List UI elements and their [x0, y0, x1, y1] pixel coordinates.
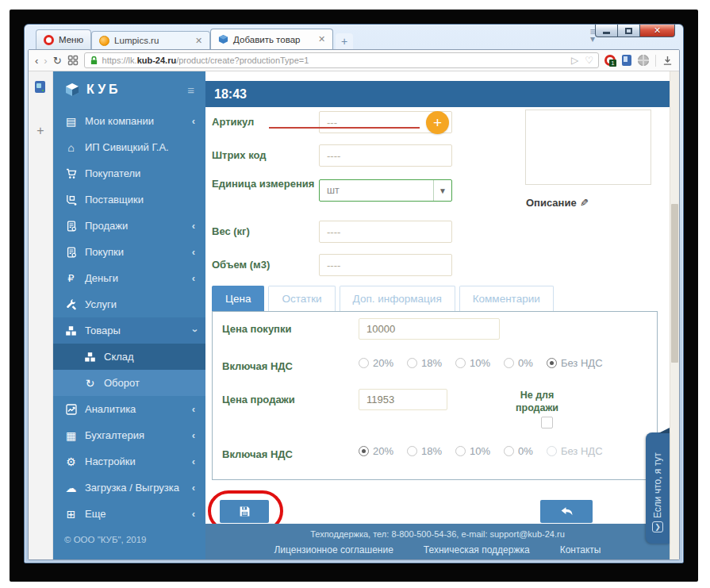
radio-icon: [359, 446, 369, 456]
sidebar-item-services[interactable]: Услуги: [53, 291, 205, 317]
sidebar-item-money[interactable]: ₽Деньги‹: [53, 265, 205, 291]
minimize-button[interactable]: [595, 25, 618, 37]
radio-icon: [455, 358, 466, 368]
sidebar-item-analytics[interactable]: Аналитика‹: [53, 396, 205, 422]
browser-toolbar: ‹ › ↻ https://lk.kub-24.ru/product/creat…: [29, 50, 679, 71]
pencil-icon[interactable]: ✎: [580, 197, 589, 209]
sidebar-item-turnover[interactable]: ↻Оборот: [53, 370, 205, 396]
radio-vat-10[interactable]: 10%: [455, 445, 490, 457]
not-for-sale-checkbox[interactable]: [541, 417, 553, 429]
sidebar-add-icon[interactable]: +: [29, 124, 52, 138]
url-text: https://lk.kub-24.ru/product/create?prod…: [102, 56, 309, 65]
save-button[interactable]: [220, 500, 269, 523]
extension-badge-icon[interactable]: 1: [604, 55, 616, 66]
sidebar-item-warehouse[interactable]: Склад: [53, 344, 205, 370]
radio-vat-18[interactable]: 18%: [407, 445, 442, 457]
plus-square-icon: ⊞: [64, 509, 78, 520]
purchase-price-input[interactable]: [359, 318, 500, 340]
radio-vat-none[interactable]: Без НДС: [547, 357, 603, 369]
page-scrollbar[interactable]: [670, 71, 679, 560]
download-icon[interactable]: [662, 56, 673, 66]
sidebar-item-settings[interactable]: ⚙Настройки‹: [53, 448, 205, 475]
close-tab-icon[interactable]: ✕: [318, 34, 325, 44]
browser-window: ≡▾ ✕ Меню Lumpics.ru ✕ Добавить товар ✕ …: [24, 24, 684, 563]
forward-nav-icon[interactable]: ›: [44, 56, 47, 66]
chevron-left-icon: ‹: [192, 220, 195, 232]
description-label[interactable]: Описание✎: [526, 197, 589, 209]
clock-text: 18:43: [214, 87, 247, 102]
footer-link-support[interactable]: Техническая поддержка: [424, 544, 530, 555]
sale-price-label: Цена продажи: [222, 394, 295, 405]
tab-comments[interactable]: Комментарии: [459, 286, 554, 311]
sale-price-input[interactable]: [359, 389, 447, 410]
sidebar-item-import-export[interactable]: ☁Загрузка / Выгрузка‹: [53, 475, 205, 501]
opera-logo-icon: [44, 35, 54, 45]
radio-vat-18[interactable]: 18%: [407, 357, 442, 369]
weight-input[interactable]: [319, 221, 452, 243]
tab-additional-info[interactable]: Доп. информация: [340, 286, 455, 311]
bookmarks-icon[interactable]: [35, 81, 45, 93]
window-titlebar[interactable]: ≡▾ ✕ Меню Lumpics.ru ✕ Добавить товар ✕ …: [28, 25, 680, 49]
sidebar-item-sales[interactable]: Продажи‹: [53, 213, 205, 239]
vat-label-2: Включая НДС: [222, 448, 293, 460]
radio-vat-20[interactable]: 20%: [359, 357, 393, 369]
radio-vat-20[interactable]: 20%: [359, 445, 393, 457]
tab-price[interactable]: Цена: [212, 286, 264, 311]
back-nav-icon[interactable]: ‹: [35, 56, 38, 66]
support-line: Техподдержка, тел: 8-800-500-54-36, e-ma…: [205, 529, 670, 539]
app-logo[interactable]: КУБ ≡: [53, 71, 205, 108]
browser-tab-active[interactable]: Добавить товар ✕: [210, 29, 333, 49]
chevron-left-icon: ‹: [192, 482, 195, 494]
address-bar[interactable]: https://lk.kub-24.ru/product/create?prod…: [84, 52, 599, 68]
opera-menu-button[interactable]: Меню: [36, 29, 91, 49]
add-artikul-button[interactable]: +: [426, 111, 449, 134]
globe-extension-icon[interactable]: [638, 55, 649, 66]
close-button[interactable]: ✕: [640, 25, 675, 37]
share-icon[interactable]: ▷: [571, 55, 578, 66]
browser-tab-lumpics[interactable]: Lumpics.ru ✕: [91, 31, 210, 49]
volume-input[interactable]: [319, 254, 452, 276]
unit-select[interactable]: шт ▼: [319, 179, 452, 202]
bookmark-heart-icon[interactable]: ♡: [585, 55, 593, 66]
footer-link-contacts[interactable]: Контакты: [560, 544, 601, 555]
product-image-placeholder[interactable]: [525, 110, 651, 185]
close-tab-icon[interactable]: ✕: [195, 36, 202, 46]
tab-stock[interactable]: Остатки: [268, 286, 335, 311]
radio-vat-none[interactable]: Без НДС: [547, 445, 603, 457]
barcode-input[interactable]: [319, 144, 452, 167]
chevron-left-icon: ‹: [192, 246, 195, 258]
scrollbar-thumb[interactable]: [671, 204, 678, 363]
app-sidebar: КУБ ≡ ▤Мои компании‹ ⌂ИП Сивицкий Г.А. П…: [53, 71, 205, 560]
sidebar-item-suppliers[interactable]: Поставщики: [53, 186, 205, 213]
weight-label: Вес (кг): [212, 225, 315, 238]
new-tab-button[interactable]: +: [336, 33, 353, 49]
toolbar-separator: [655, 55, 656, 67]
reload-icon[interactable]: ↻: [53, 56, 62, 66]
vat-label-1: Включая НДС: [222, 360, 293, 372]
speed-dial-icon[interactable]: [67, 55, 79, 66]
footer-link-license[interactable]: Лицензионное соглашение: [274, 544, 393, 555]
sidebar-item-companies[interactable]: ▤Мои компании‹: [53, 108, 205, 134]
annotation-underline: [269, 127, 420, 129]
maximize-button[interactable]: [618, 25, 640, 37]
chat-widget-tab[interactable]: Если что, я тут ❯: [646, 432, 670, 544]
sidebar-item-buyers[interactable]: Покупатели: [53, 160, 205, 186]
sidebar-collapse-icon[interactable]: ≡: [187, 83, 194, 97]
radio-vat-10[interactable]: 10%: [455, 357, 490, 369]
chevron-left-icon: ‹: [192, 115, 195, 127]
back-button[interactable]: [540, 500, 593, 523]
sidebar-item-company[interactable]: ⌂ИП Сивицкий Г.А.: [53, 134, 205, 160]
blue-extension-icon[interactable]: [622, 55, 631, 66]
chart-icon: [64, 404, 78, 415]
radio-vat-0[interactable]: 0%: [504, 445, 533, 457]
sidebar-item-more[interactable]: ⊞Еще‹: [53, 501, 205, 527]
tab-title: Lumpics.ru: [114, 36, 159, 45]
sidebar-item-purchases[interactable]: Покупки‹: [53, 239, 205, 265]
sidebar-item-accounting[interactable]: ▦Бухгалтерия‹: [53, 422, 205, 448]
dolly-icon: [64, 194, 78, 206]
chevron-left-icon: ‹: [192, 429, 195, 441]
chevron-left-icon: ‹: [192, 403, 195, 415]
radio-vat-0[interactable]: 0%: [504, 357, 533, 369]
sidebar-item-goods[interactable]: Товары‹: [53, 317, 205, 344]
extension-icons: 1: [604, 55, 673, 67]
